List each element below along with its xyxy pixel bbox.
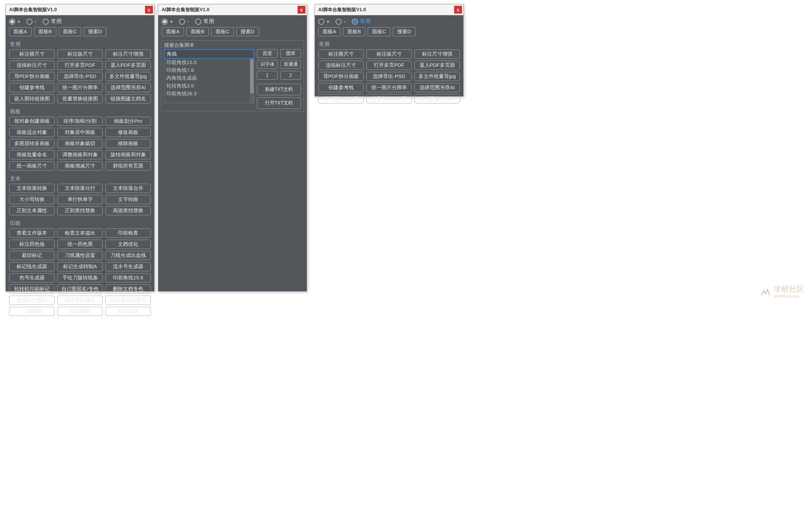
script-button[interactable]: 链接图建文档名 bbox=[105, 94, 151, 103]
side-button-wide[interactable]: 新建TXT文档 bbox=[257, 84, 301, 95]
script-button[interactable]: 群组拼版 bbox=[105, 307, 151, 316]
script-button[interactable]: 文本段落分行 bbox=[57, 184, 103, 193]
script-button[interactable]: 打开多页PDF bbox=[57, 61, 103, 70]
script-button[interactable]: 嵌入图转链接图 bbox=[9, 94, 55, 103]
script-button[interactable]: 标记生成特制A bbox=[57, 262, 103, 271]
script-button[interactable]: 多文件批量导jpg bbox=[105, 72, 151, 81]
tab-b[interactable]: 面板B bbox=[343, 27, 365, 36]
script-button[interactable]: 多图层转多画板 bbox=[9, 139, 55, 148]
radio-plus[interactable] bbox=[162, 19, 168, 25]
script-button[interactable]: 统一画板尺寸 bbox=[9, 161, 55, 171]
script-button[interactable]: 印前检查 bbox=[105, 229, 151, 238]
side-button[interactable]: 2 bbox=[280, 71, 301, 80]
tab-a[interactable]: 面板A bbox=[9, 27, 32, 36]
search-result-item[interactable]: 印前角线15.5 bbox=[164, 59, 254, 66]
search-input[interactable] bbox=[164, 49, 254, 59]
script-button[interactable]: 文本段落转换 bbox=[9, 184, 55, 193]
script-button[interactable]: 查看文件版本 bbox=[9, 229, 55, 238]
close-icon[interactable]: x bbox=[145, 6, 153, 14]
script-button[interactable]: 画板增减尺寸 bbox=[57, 161, 103, 171]
script-button[interactable]: 刀线生成出血线 bbox=[105, 251, 151, 260]
side-button[interactable]: 识字体 bbox=[257, 60, 278, 69]
script-button[interactable]: 调整画板和对象 bbox=[57, 150, 103, 159]
script-button[interactable]: 高级查找替换 bbox=[105, 206, 151, 215]
script-button[interactable]: 印前角线15.5 bbox=[105, 273, 151, 282]
radio-plus[interactable] bbox=[318, 19, 324, 25]
script-button[interactable]: 一键拼版 bbox=[9, 307, 55, 316]
script-button[interactable]: 移除叠印属性 bbox=[57, 296, 103, 305]
script-button[interactable]: 选择范围另存AI bbox=[105, 83, 151, 92]
script-button[interactable]: 选择范围另存AI bbox=[414, 83, 460, 92]
side-button[interactable]: 查潘通 bbox=[280, 60, 301, 69]
script-button[interactable]: 自动拼版 bbox=[57, 307, 103, 316]
radio-fav[interactable] bbox=[43, 19, 49, 25]
tab-a[interactable]: 面板A bbox=[162, 27, 184, 36]
script-button[interactable]: 导PDF拆分画板 bbox=[318, 72, 364, 81]
side-button-wide[interactable]: 打开TXT文档 bbox=[257, 97, 301, 109]
side-button[interactable]: 百度 bbox=[257, 49, 278, 58]
script-button[interactable]: 导PDF拆分画板 bbox=[9, 72, 55, 81]
search-result-item[interactable]: 印前角线26.3 bbox=[164, 90, 254, 98]
script-button[interactable]: 检查文本溢出 bbox=[57, 229, 103, 238]
script-button[interactable]: 大小写转换 bbox=[9, 195, 55, 204]
close-icon[interactable]: x bbox=[298, 6, 305, 14]
script-button[interactable]: 画板适合对象 bbox=[9, 128, 55, 137]
script-button[interactable]: 色号生成器 bbox=[9, 273, 55, 282]
script-button[interactable]: 选择导出-PSD bbox=[57, 72, 103, 81]
script-button[interactable]: 轮转机印刷标记 bbox=[9, 284, 55, 294]
tab-b[interactable]: 面板B bbox=[34, 27, 56, 36]
search-result-item[interactable]: 印前角线7.8 bbox=[164, 66, 254, 74]
script-button[interactable]: 画板划分Pro bbox=[105, 117, 151, 126]
tab-b[interactable]: 面板B bbox=[186, 27, 209, 36]
close-icon[interactable]: x bbox=[454, 6, 462, 14]
script-button[interactable]: 置入PDF多页面 bbox=[414, 61, 460, 70]
script-button[interactable]: 批量替换链接图 bbox=[366, 94, 412, 103]
script-button[interactable]: 对象居中画板 bbox=[57, 128, 103, 137]
radio-plus[interactable] bbox=[9, 19, 15, 25]
side-button[interactable]: 1 bbox=[257, 71, 278, 80]
script-button[interactable]: 群组所有页面 bbox=[105, 161, 151, 171]
script-button[interactable]: 裁切标记 bbox=[9, 251, 55, 260]
script-button[interactable]: 标注尺寸增强 bbox=[105, 49, 151, 59]
script-button[interactable]: 文字转曲 bbox=[105, 195, 151, 204]
script-button[interactable]: 标注纵尺寸 bbox=[57, 49, 103, 59]
script-button[interactable]: 统一四色黑 bbox=[57, 240, 103, 249]
script-button[interactable]: 刀线属性设置 bbox=[57, 251, 103, 260]
script-button[interactable]: 创建参考线 bbox=[318, 83, 364, 92]
script-button[interactable]: 多文件批量导jpg bbox=[414, 72, 460, 81]
script-button[interactable]: 创建参考线 bbox=[9, 83, 55, 92]
script-button[interactable]: 排序/加框/分割 bbox=[57, 117, 103, 126]
script-button[interactable]: 文本段落合并 bbox=[105, 184, 151, 193]
script-button[interactable]: 修改画板 bbox=[105, 128, 151, 137]
script-button[interactable]: 手绘刀版转线条 bbox=[57, 273, 103, 282]
script-button[interactable]: 置入PDF多页面 bbox=[105, 61, 151, 70]
script-button[interactable]: 移除非纯黑叠印 bbox=[105, 296, 151, 305]
radio-fav[interactable] bbox=[195, 19, 201, 25]
script-button[interactable]: 批量替换链接图 bbox=[57, 94, 103, 103]
script-button[interactable]: 嵌入图转链接图 bbox=[318, 94, 364, 103]
script-button[interactable]: 打开多页PDF bbox=[366, 61, 412, 70]
script-button[interactable]: 正则文本属性 bbox=[9, 206, 55, 215]
script-button[interactable]: 选择导出-PSD bbox=[366, 72, 412, 81]
script-button[interactable]: 查找白色叠印 bbox=[9, 296, 55, 305]
script-button[interactable]: 单行拆单字 bbox=[57, 195, 103, 204]
tab-c[interactable]: 面板C bbox=[368, 27, 390, 36]
radio-minus[interactable] bbox=[336, 19, 342, 25]
radio-minus[interactable] bbox=[26, 19, 33, 25]
script-button[interactable]: 标注四色值 bbox=[9, 240, 55, 249]
script-button[interactable]: 标记线生成器 bbox=[9, 262, 55, 271]
search-result-item[interactable]: 轮转角线3.5 bbox=[164, 82, 254, 90]
script-button[interactable]: 自订图层名/专色 bbox=[57, 284, 103, 294]
tab-d[interactable]: 搜索D bbox=[84, 27, 106, 36]
script-button[interactable]: 旋转画板和对象 bbox=[105, 150, 151, 159]
tab-a[interactable]: 面板A bbox=[318, 27, 341, 36]
script-button[interactable]: 正则查找替换 bbox=[57, 206, 103, 215]
script-button[interactable]: 流水号生成器 bbox=[105, 262, 151, 271]
script-button[interactable]: 移除画板 bbox=[105, 139, 151, 148]
scrollbar-thumb[interactable] bbox=[250, 59, 253, 93]
tab-d[interactable]: 搜索D bbox=[393, 27, 415, 36]
script-button[interactable]: 文档优化 bbox=[105, 240, 151, 249]
script-button[interactable]: 统一图片分辨率 bbox=[57, 83, 103, 92]
script-button[interactable]: 画板对象裁切 bbox=[57, 139, 103, 148]
search-result-item[interactable]: 内角线生成器 bbox=[164, 74, 254, 82]
